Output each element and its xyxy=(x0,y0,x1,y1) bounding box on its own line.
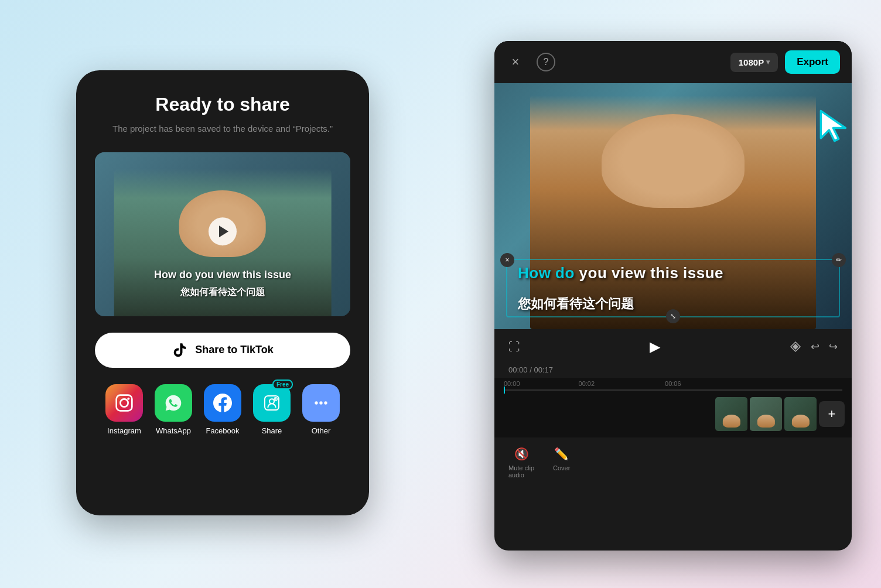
video-subtitle-cn: 您如何看待这个问题 xyxy=(95,286,350,299)
svg-point-7 xyxy=(319,401,322,404)
fullscreen-button[interactable]: ⛶ xyxy=(508,340,520,354)
left-panel: Ready to share The project has been save… xyxy=(76,70,369,515)
svg-point-6 xyxy=(315,401,317,404)
facebook-icon xyxy=(204,384,241,422)
video-preview-inner: How do you view this issue 您如何看待这个问题 xyxy=(95,152,350,316)
editor-person-face xyxy=(602,114,745,208)
right-controls: ↩ ↪ xyxy=(790,340,838,353)
svg-point-2 xyxy=(127,397,129,399)
whatsapp-label: WhatsApp xyxy=(156,426,191,435)
diamond-button[interactable] xyxy=(790,341,801,353)
editor-video-bg: How do you view this issue 您如何看待这个问题 × ✏… xyxy=(494,83,852,329)
time-total: 00:17 xyxy=(534,365,553,374)
mark-0: 00:00 xyxy=(504,380,520,387)
cursor-arrow xyxy=(815,105,856,146)
thumbnail-1 xyxy=(715,397,747,431)
other-icon xyxy=(302,384,340,422)
svg-point-4 xyxy=(269,399,274,404)
video-subtitle-en: How do you view this issue xyxy=(95,269,350,281)
svg-point-1 xyxy=(120,399,128,406)
facebook-label: Facebook xyxy=(206,426,239,435)
free-badge: Free xyxy=(272,380,293,389)
ready-title: Ready to share xyxy=(155,94,289,115)
thumbnail-3 xyxy=(784,397,817,431)
play-button[interactable] xyxy=(209,217,237,245)
instagram-icon xyxy=(105,384,143,422)
social-grid: Instagram WhatsApp Facebook Free xyxy=(95,384,350,435)
resolution-chevron: ▾ xyxy=(766,58,770,66)
mute-audio-icon: 🔇 xyxy=(513,446,530,462)
tool-cover[interactable]: ✏️ Cover xyxy=(546,442,577,482)
editor-subtitle-en: How do you view this issue xyxy=(494,264,852,282)
header-left: × ? xyxy=(506,53,555,71)
editor-header: × ? 1080P ▾ Export xyxy=(494,41,852,83)
ready-subtitle: The project has been saved to the device… xyxy=(112,122,333,136)
cover-label: Cover xyxy=(553,464,570,471)
other-label: Other xyxy=(312,426,331,435)
subtitle-highlight: How do xyxy=(518,264,575,282)
social-item-facebook[interactable]: Facebook xyxy=(204,384,241,435)
resolution-label: 1080P xyxy=(739,57,764,67)
play-button[interactable]: ▶ xyxy=(644,336,665,357)
header-right: 1080P ▾ Export xyxy=(730,50,840,74)
share-label: Share xyxy=(262,426,282,435)
export-button[interactable]: Export xyxy=(785,50,840,74)
social-item-instagram[interactable]: Instagram xyxy=(105,384,143,435)
svg-point-8 xyxy=(324,401,327,404)
tiktok-label: Share to TikTok xyxy=(195,344,273,356)
social-item-other[interactable]: Other xyxy=(302,384,340,435)
resolution-button[interactable]: 1080P ▾ xyxy=(730,53,778,72)
timeline-area: + xyxy=(494,391,852,437)
tiktok-icon xyxy=(172,342,188,358)
social-item-whatsapp[interactable]: WhatsApp xyxy=(155,384,192,435)
editor-video: How do you view this issue 您如何看待这个问题 × ✏… xyxy=(494,83,852,329)
undo-button[interactable]: ↩ xyxy=(811,340,819,353)
mark-2: 00:02 xyxy=(579,380,595,387)
mark-4: 00:06 xyxy=(665,380,681,387)
subtitle-rest: you view this issue xyxy=(575,264,723,282)
bottom-toolbar: 🔇 Mute clipaudio ✏️ Cover xyxy=(494,437,852,487)
add-clip-button[interactable]: + xyxy=(819,401,845,427)
editor-controls: ⛶ ▶ ↩ ↪ xyxy=(494,329,852,364)
tiktok-share-button[interactable]: Share to TikTok xyxy=(95,333,350,368)
mute-audio-label: Mute clipaudio xyxy=(508,464,534,478)
thumbnail-2 xyxy=(750,397,782,431)
instagram-label: Instagram xyxy=(107,426,141,435)
timeline-marks: 00:00 00:02 00:06 xyxy=(504,380,842,387)
redo-button[interactable]: ↪ xyxy=(829,340,838,353)
time-display-row: 00:00 / 00:17 xyxy=(494,364,852,378)
cover-icon: ✏️ xyxy=(554,446,570,462)
social-item-share[interactable]: Free Share xyxy=(253,384,291,435)
right-panel: × ? 1080P ▾ Export How do you view this … xyxy=(494,41,852,551)
editor-subtitle-cn: 您如何看待这个问题 xyxy=(494,295,852,313)
playback-controls: ▶ xyxy=(644,336,665,357)
video-preview: How do you view this issue 您如何看待这个问题 xyxy=(95,152,350,316)
tool-mute-audio[interactable]: 🔇 Mute clipaudio xyxy=(501,442,541,482)
editor-person xyxy=(530,95,816,329)
svg-rect-0 xyxy=(117,395,132,411)
timeline-track[interactable] xyxy=(504,389,842,391)
timeline-ruler: 00:00 00:02 00:06 xyxy=(494,378,852,391)
time-display: 00:00 / 00:17 xyxy=(508,365,553,374)
whatsapp-icon xyxy=(155,384,192,422)
share-icon: Free xyxy=(253,384,291,422)
close-button[interactable]: × xyxy=(506,53,525,71)
timeline-playhead xyxy=(504,387,505,394)
time-current: 00:00 xyxy=(508,365,528,374)
help-button[interactable]: ? xyxy=(537,53,555,71)
